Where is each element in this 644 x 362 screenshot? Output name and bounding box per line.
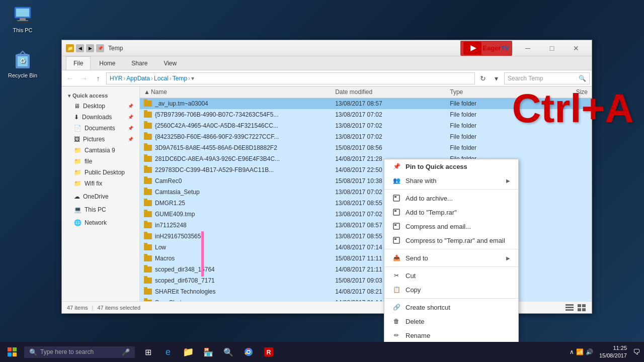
quick-access-header[interactable]: ▾ Quick access (62, 90, 139, 101)
table-row[interactable]: 3D9A7615-8A8E-4455-86A6-D6E8D18882F2 15/… (140, 142, 592, 153)
downloads-icon: ⬇ (74, 114, 79, 121)
search-icon[interactable]: 🔍 (579, 75, 586, 82)
ctx-create-shortcut[interactable]: 🔗 Create shortcut (384, 300, 518, 314)
sidebar-item-downloads[interactable]: ⬇ Downloads 📌 (62, 112, 139, 123)
back-button[interactable]: ← (64, 72, 76, 84)
table-row[interactable]: {2560C42A-4965-4A0C-A5D8-4F321546CC... 1… (140, 120, 592, 131)
taskbar-search[interactable]: 🔍 Type here to search 🎤 (24, 346, 135, 358)
ctx-share-with[interactable]: 👥 Share with ▶ (384, 173, 518, 188)
breadcrumb-appdata[interactable]: AppData (126, 75, 150, 82)
ctx-rename[interactable]: ✏ Rename (384, 328, 518, 342)
sidebar-item-public-desktop[interactable]: 📁 Public Desktop (62, 167, 139, 178)
svg-text:R: R (267, 349, 271, 356)
desktop-icon-thispc[interactable]: This PC (5, 5, 40, 33)
table-row[interactable]: inH29167503565 13/08/2017 08:55 File fol… (140, 231, 592, 242)
taskbar-search-icon: 🔍 (29, 348, 37, 356)
taskbar-search-placeholder: Type here to search (40, 348, 94, 355)
tab-share[interactable]: Share (124, 56, 155, 70)
delete-icon: 🗑 (392, 317, 400, 325)
maximize-button[interactable]: □ (540, 40, 564, 56)
minimize-button[interactable]: ─ (516, 40, 539, 56)
breadcrumb-hyr[interactable]: HYR (110, 75, 122, 82)
desktop: This PC ♻ Recycle Bin Ctrl+A 📁 ◀ ▶ 📌 (0, 0, 644, 362)
forward-button[interactable]: → (78, 72, 90, 84)
table-row[interactable]: CamRec0 15/08/2017 10:38 File folder (140, 175, 592, 187)
table-row[interactable]: 281DC6DC-A8EA-49A3-926C-E96E4F3B4C... 14… (140, 153, 592, 164)
network-tray-icon[interactable]: 📶 (576, 348, 584, 355)
svg-rect-3 (17, 20, 28, 21)
close-button[interactable]: ✕ (565, 40, 588, 56)
ctx-add-temp-rar[interactable]: Add to "Temp.rar" (384, 205, 518, 219)
recycle-bin-icon: ♻ (13, 50, 33, 70)
tab-file[interactable]: File (66, 56, 91, 70)
sidebar-item-file[interactable]: 📁 file (62, 156, 139, 167)
up-button[interactable]: ↑ (92, 72, 104, 84)
volume-tray-icon[interactable]: 🔊 (586, 348, 593, 355)
ctx-send-to[interactable]: 📤 Send to ▶ (384, 251, 518, 265)
column-headers: ▲ Name Date modified Type Size (140, 86, 592, 98)
table-row[interactable]: Camtasia_Setup 13/08/2017 07:02 File fol… (140, 187, 592, 198)
sidebar-item-network[interactable]: 🌐 Network (62, 217, 139, 228)
compress-email-icon (392, 222, 400, 230)
store-button[interactable]: 🏪 (199, 343, 217, 361)
notification-button[interactable]: 🗨 (633, 348, 640, 356)
chrome-button[interactable] (239, 343, 258, 361)
svg-point-31 (248, 351, 250, 353)
sidebar-item-documents[interactable]: 📄 Documents 📌 (62, 123, 139, 134)
sidebar-item-thispc[interactable]: 💻 This PC (62, 204, 139, 215)
ctx-cut[interactable]: ✂ Cut (384, 268, 518, 283)
tab-home[interactable]: Home (92, 56, 123, 70)
ctx-compress-temp-email[interactable]: Compress to "Temp.rar" and email (384, 233, 518, 247)
sidebar-item-onedrive[interactable]: ☁ OneDrive (62, 191, 139, 202)
ctx-add-archive[interactable]: Add to archive... (384, 191, 518, 205)
table-row[interactable]: Macros 15/08/2017 11:11 File folder (140, 253, 592, 264)
breadcrumb-dropdown[interactable]: ▾ (191, 75, 194, 82)
table-row[interactable]: SHAREit Technologies 14/08/2017 08:21 Fi… (140, 286, 592, 297)
ctx-copy[interactable]: 📋 Copy (384, 283, 518, 297)
red-app-button[interactable]: R (260, 343, 278, 361)
breadcrumb-temp[interactable]: Temp (173, 75, 187, 82)
taskbar-clock[interactable]: 11:25 15/08/2017 (595, 344, 631, 360)
table-row[interactable]: 229783DC-C399-4B17-A529-FB9AAC11B... 14/… (140, 164, 592, 175)
table-row[interactable]: scoped_dir348_15764 14/08/2017 21:11 Fil… (140, 264, 592, 275)
tiles-view-button[interactable] (577, 303, 587, 312)
table-row[interactable]: scoped_dir6708_7171 15/08/2017 09:03 Fil… (140, 275, 592, 286)
details-view-button[interactable] (565, 303, 575, 312)
search-button[interactable]: 🔍 (219, 343, 237, 361)
sidebar-item-camtasia[interactable]: 📁 Camtasia 9 (62, 145, 139, 156)
refresh-button[interactable]: ↻ (477, 72, 489, 84)
table-row[interactable]: {842325B0-F60E-4866-90F2-939C7227CCF... … (140, 131, 592, 142)
col-size-header[interactable]: Size (526, 88, 588, 96)
table-row[interactable]: _av_iup.tm~a03004 13/08/2017 08:57 File … (140, 98, 592, 109)
col-name-header[interactable]: ▲ Name (144, 88, 335, 96)
file-list[interactable]: ▲ Name Date modified Type Size _av_iup.t… (140, 86, 592, 301)
svg-rect-27 (8, 352, 12, 356)
table-row[interactable]: in71125248 13/08/2017 08:57 File folder (140, 220, 592, 231)
tray-up-arrow[interactable]: ∧ (570, 348, 574, 355)
dropdown-button[interactable]: ▾ (490, 72, 502, 84)
col-type-header[interactable]: Type (450, 88, 526, 96)
table-row[interactable]: Low 14/08/2017 07:14 File folder (140, 242, 592, 253)
task-view-button[interactable]: ⊞ (139, 343, 157, 361)
col-date-header[interactable]: Date modified (335, 88, 450, 96)
desktop-icon-recycle[interactable]: ♻ Recycle Bin (5, 50, 40, 78)
tab-view[interactable]: View (156, 56, 184, 70)
table-row[interactable]: {57B97396-706B-4990-B07C-734263C54F5... … (140, 109, 592, 120)
edge-button[interactable]: e (159, 343, 177, 361)
ctx-compress-email[interactable]: Compress and email... (384, 219, 518, 233)
eagertv-logo: EagerTV (460, 41, 512, 56)
sidebar-item-pictures[interactable]: 🖼 Pictures 📌 (62, 134, 139, 145)
table-row[interactable]: SnapShot 14/08/2017 21:14 File folder (140, 297, 592, 301)
start-button[interactable] (0, 342, 24, 362)
breadcrumb-local[interactable]: Local (154, 75, 169, 82)
svg-rect-21 (393, 223, 399, 229)
table-row[interactable]: DMGR1.25 13/08/2017 08:55 File folder (140, 198, 592, 209)
table-row[interactable]: GUME409.tmp 13/08/2017 07:02 File folder (140, 209, 592, 220)
explorer-button[interactable]: 📁 (179, 343, 197, 361)
search-bar[interactable]: Search Temp 🔍 (504, 72, 590, 84)
sidebar-item-wifi-fix[interactable]: 📁 Wifi fix (62, 178, 139, 189)
ctx-pin-quick-access[interactable]: 📌 Pin to Quick access (384, 159, 518, 173)
ctx-delete[interactable]: 🗑 Delete (384, 314, 518, 328)
sidebar-item-desktop[interactable]: 🖥 Desktop 📌 (62, 101, 139, 112)
breadcrumb[interactable]: HYR › AppData › Local › Temp › ▾ (106, 72, 475, 84)
